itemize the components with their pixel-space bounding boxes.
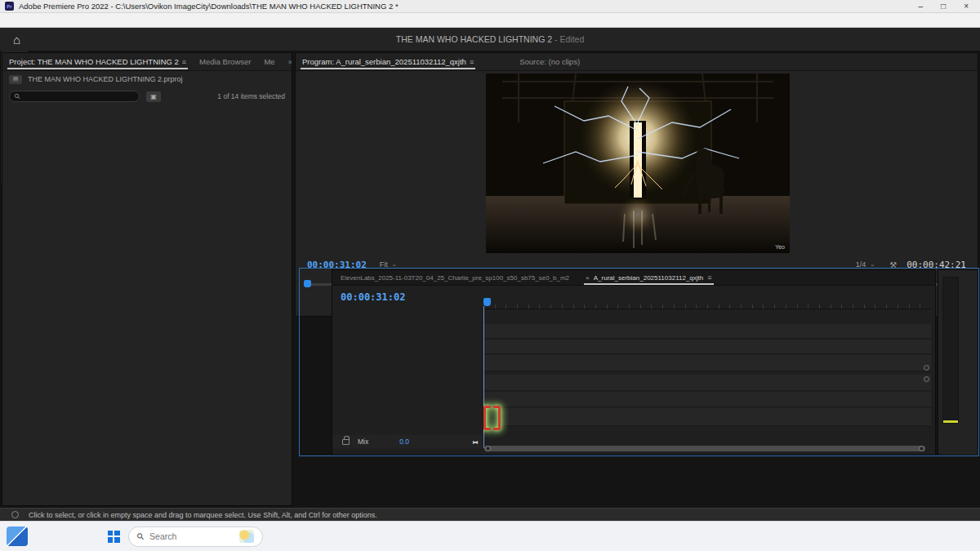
project-bin-icon: ▤: [9, 75, 22, 84]
audio-meters-panel: [938, 269, 978, 455]
track-row-v1[interactable]: [483, 355, 931, 371]
scrollbar-handle-right[interactable]: [919, 446, 924, 451]
playhead-head[interactable]: [483, 298, 491, 306]
premiere-pro-window: Pr Adobe Premiere Pro 2022 - C:\Users\Ov…: [0, 0, 980, 551]
preview-watermark: Yeo: [775, 244, 785, 250]
mix-value[interactable]: 0.0: [399, 438, 409, 446]
timeline-panel: ElevenLabs_2025-11-03T20_04_25_Charlie_p…: [332, 269, 936, 455]
tab-more[interactable]: Me: [257, 53, 281, 70]
playback-resolution-select[interactable]: 1/4⌄: [851, 260, 880, 269]
monitor-tabs: Program: A_rural_serbian_202511032112_qx…: [296, 53, 978, 71]
trim-edit-indicator[interactable]: [483, 406, 501, 430]
taskbar-search[interactable]: ⚲: [128, 527, 263, 547]
preview-scene: [486, 73, 790, 253]
timeline-horizontal-scrollbar[interactable]: [484, 446, 925, 451]
close-icon[interactable]: ×: [586, 274, 590, 282]
timeline-ruler[interactable]: [483, 290, 931, 309]
tab-project[interactable]: Project: THE MAN WHO HACKED LIGHTNING 2≡: [2, 53, 193, 70]
tab-sequence-rural-serbian[interactable]: × A_rural_serbian_202511032112_qxjth ≡: [577, 270, 719, 285]
panel-menu-icon[interactable]: ≡: [707, 273, 711, 282]
chevron-down-icon: ⌄: [870, 261, 875, 268]
audio-meter-bars: [942, 277, 959, 424]
panel-menu-icon[interactable]: ≡: [182, 58, 186, 66]
tab-source[interactable]: Source: (no clips): [513, 53, 586, 70]
close-button[interactable]: ×: [964, 2, 969, 11]
meter-scale-labels: [961, 273, 978, 427]
track-row-a1[interactable]: [483, 375, 931, 391]
project-panel-tabs: Project: THE MAN WHO HACKED LIGHTNING 2≡…: [2, 53, 292, 71]
status-icon: [11, 511, 19, 518]
start-button[interactable]: [105, 527, 122, 545]
lock-icon[interactable]: [342, 439, 350, 445]
search-icon: ⚲: [135, 531, 147, 543]
project-footer-toolbar: [2, 482, 292, 502]
taskbar-search-input[interactable]: [149, 531, 223, 541]
monitor-playhead[interactable]: [304, 280, 311, 287]
monitor-settings-icon[interactable]: ⚒: [889, 260, 897, 269]
track-row-a3[interactable]: [483, 408, 931, 426]
panel-menu-icon[interactable]: ≡: [470, 58, 474, 66]
document-title: THE MAN WHO HACKED LIGHTNING 2 - Edited: [0, 34, 980, 44]
mix-track-header: Mix 0.0 ▸◂: [332, 435, 483, 448]
menu-bar: [0, 13, 980, 28]
tab-overflow-icon[interactable]: »: [282, 53, 292, 70]
status-bar: Click to select, or click in empty space…: [0, 508, 980, 521]
document-status: - Edited: [555, 34, 584, 44]
track-scroll-handle[interactable]: [924, 376, 929, 382]
app-header: ⌂ THE MAN WHO HACKED LIGHTNING 2 - Edite…: [0, 28, 980, 51]
chevron-down-icon: ⌄: [392, 261, 397, 268]
program-timecode[interactable]: 00:00:31:02: [307, 260, 367, 270]
taskbar-center: ⚲: [105, 527, 263, 547]
window-controls: –□×: [919, 2, 975, 11]
selection-status: 1 of 14 items selected: [217, 92, 285, 100]
project-breadcrumb[interactable]: ▤ THE MAN WHO HACKED LIGHTNING 2.prproj: [2, 71, 292, 87]
timeline-tabs: ElevenLabs_2025-11-03T20_04_25_Charlie_p…: [332, 270, 935, 286]
weather-icon[interactable]: [239, 530, 254, 543]
project-search-row: ⚲ ▣ 1 of 14 items selected: [2, 87, 292, 105]
premiere-app-icon: Pr: [5, 2, 14, 11]
tab-media-browser[interactable]: Media Browser: [193, 53, 257, 70]
window-title: Adobe Premiere Pro 2022 - C:\Users\Oviko…: [19, 2, 919, 11]
project-item-grid: [2, 109, 292, 481]
project-search-box[interactable]: ⚲: [9, 91, 140, 102]
maximize-button[interactable]: □: [941, 2, 946, 11]
window-titlebar: Pr Adobe Premiere Pro 2022 - C:\Users\Ov…: [0, 0, 980, 13]
tab-program[interactable]: Program: A_rural_serbian_202511032112_qx…: [296, 53, 480, 70]
status-message: Click to select, or click in empty space…: [29, 511, 377, 519]
home-icon[interactable]: ⌂: [13, 33, 20, 47]
track-scroll-handle[interactable]: [924, 365, 929, 371]
project-search-input[interactable]: [24, 93, 122, 100]
trim-bracket-right: [493, 406, 501, 430]
windows-logo-icon: [108, 531, 120, 543]
search-icon: ⚲: [12, 91, 22, 101]
timeline-clip-area[interactable]: [483, 287, 931, 448]
track-row-v3[interactable]: [483, 324, 931, 339]
project-panel: Project: THE MAN WHO HACKED LIGHTNING 2≡…: [2, 52, 292, 506]
program-preview[interactable]: Yeo: [486, 73, 790, 253]
tab-sequence-elevenlabs[interactable]: ElevenLabs_2025-11-03T20_04_25_Charlie_p…: [332, 270, 577, 285]
windows-taskbar: ⚲: [0, 521, 980, 551]
minimize-button[interactable]: –: [919, 2, 924, 11]
track-row-a2[interactable]: [483, 392, 931, 407]
fit-sequence-icon[interactable]: ▸◂: [473, 438, 476, 446]
zoom-level-select[interactable]: Fit⌄: [375, 260, 402, 269]
timeline-timecode[interactable]: 00:00:31:02: [341, 291, 405, 303]
track-row-v2[interactable]: [483, 340, 931, 354]
sequence-duration: 00:00:42:21: [906, 260, 966, 270]
mix-label: Mix: [358, 438, 368, 446]
search-bin-icon[interactable]: ▣: [146, 91, 161, 102]
widgets-icon[interactable]: [7, 527, 28, 546]
scrollbar-handle-left[interactable]: [485, 446, 491, 451]
trim-bracket-left: [483, 406, 491, 430]
